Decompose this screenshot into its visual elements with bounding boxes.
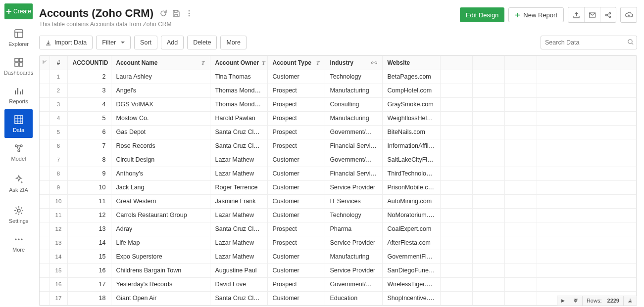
add-button[interactable]: Add	[161, 36, 184, 49]
cell-account-owner: Augustine Paul	[210, 263, 267, 277]
table-row[interactable]: 16 17 Yesterday's Records David Love Pro…	[40, 277, 637, 291]
nav-data[interactable]: Data	[4, 109, 33, 138]
cell-account-name: Circuit Design	[111, 153, 210, 167]
table-row[interactable]: 2 3 Angel's Thomas Mondrake Prospect Man…	[40, 84, 637, 97]
arrow-top-icon	[573, 298, 578, 303]
cell-website: WirelessTiger.com	[382, 277, 440, 291]
table-row[interactable]: 5 6 Gas Depot Santa Cruz Clara Prospect …	[40, 125, 637, 139]
col-industry[interactable]: Industry	[325, 56, 382, 70]
cell-account-name: Laura Ashley	[111, 70, 210, 84]
row-handle	[40, 180, 50, 194]
cell-account-id: 9	[67, 167, 111, 180]
nav-ask-zia[interactable]: Ask ZIA	[4, 169, 33, 198]
cell-account-owner: Santa Cruz Clara	[210, 139, 267, 153]
row-handle	[40, 236, 50, 250]
col-account-owner[interactable]: Account OwnerT	[210, 56, 267, 70]
cell-website: AutoMining.com	[382, 194, 440, 208]
table-row[interactable]: 6 7 Rose Records Santa Cruz Clara Prospe…	[40, 139, 637, 153]
save-icon[interactable]	[172, 9, 180, 17]
table-row[interactable]: 3 4 DGS VolMAX Thomas Mondrake Prospect …	[40, 97, 637, 111]
share-button[interactable]	[600, 7, 616, 22]
row-handle	[40, 277, 50, 291]
row-index: 17	[50, 291, 67, 305]
table-row[interactable]: 12 13 Adray Santa Cruz Clara Prospect Ph…	[40, 222, 637, 236]
table-row[interactable]: 17 18 Giant Open Air Santa Cruz Clara Cu…	[40, 291, 637, 305]
footer-collapse[interactable]: ▶	[557, 296, 569, 306]
row-handle	[40, 139, 50, 153]
row-index: 11	[50, 208, 67, 222]
nav-explorer[interactable]: Explorer	[4, 23, 33, 52]
table-row[interactable]: 15 16 Childrens Bargain Town Augustine P…	[40, 263, 637, 277]
nav-more[interactable]: More	[4, 229, 33, 258]
mail-button[interactable]	[584, 7, 600, 22]
cell-account-type: Prospect	[267, 125, 325, 139]
cloud-button[interactable]	[621, 7, 637, 22]
nav-model[interactable]: Model	[4, 138, 33, 167]
svg-rect-1	[15, 58, 18, 62]
cell-account-name: Rose Records	[111, 139, 210, 153]
delete-button[interactable]: Delete	[187, 36, 217, 49]
cell-website: SanDiegoFuneralHome.com	[382, 263, 440, 277]
row-handle	[40, 263, 50, 277]
cell-account-owner: Thomas Mondrake	[210, 97, 267, 111]
row-handle	[40, 250, 50, 263]
row-number-header[interactable]: #	[50, 56, 67, 70]
edit-design-button[interactable]: Edit Design	[460, 7, 504, 22]
new-report-button[interactable]: New Report	[508, 7, 564, 22]
cell-account-id: 12	[67, 208, 111, 222]
row-handle	[40, 111, 50, 125]
row-handle	[40, 291, 50, 305]
col-account-id[interactable]: ACCOUNTIDT	[67, 56, 111, 70]
cell-industry: Technology	[325, 70, 382, 84]
row-handle	[40, 97, 50, 111]
import-data-button[interactable]: Import Data	[39, 36, 93, 49]
cell-website: InformationAffiliate.com	[382, 139, 440, 153]
nav-reports[interactable]: Reports	[4, 81, 33, 109]
corner-cell[interactable]	[40, 56, 50, 70]
scroll-top[interactable]	[569, 296, 583, 306]
empty-col	[569, 56, 637, 70]
cell-account-name: Angel's	[111, 84, 210, 97]
cell-account-owner: David Love	[210, 277, 267, 291]
more-button[interactable]: More	[220, 36, 246, 49]
svg-point-7	[20, 145, 22, 147]
create-label: Create	[13, 8, 31, 15]
table-row[interactable]: 8 9 Anthony's Lazar Mathew Customer Fina…	[40, 167, 637, 180]
sort-button[interactable]: Sort	[134, 36, 157, 49]
col-account-type[interactable]: Account TypeT	[267, 56, 325, 70]
table-row[interactable]: 11 12 Carrols Restaurant Group Lazar Mat…	[40, 208, 637, 222]
refresh-icon[interactable]	[159, 9, 167, 17]
nav-settings[interactable]: Settings	[4, 200, 33, 229]
filter-button[interactable]: Filter	[96, 36, 131, 49]
table-row[interactable]: 9 10 Jack Lang Roger Terrence Customer S…	[40, 180, 637, 194]
svg-rect-3	[15, 63, 18, 66]
cell-account-type: Customer	[267, 194, 325, 208]
cell-account-name: Yesterday's Records	[111, 277, 210, 291]
scroll-bottom[interactable]	[624, 296, 637, 306]
cell-website: GraySmoke.com	[382, 97, 440, 111]
table-row[interactable]: 1 2 Laura Ashley Tina Thomas Customer Te…	[40, 70, 637, 84]
svg-point-9	[17, 209, 20, 212]
search-input[interactable]	[541, 36, 637, 49]
table-row[interactable]: 14 15 Expo Superstore Lazar Mathew Custo…	[40, 250, 637, 263]
action-icon-group-1	[568, 7, 616, 23]
create-button[interactable]: Create	[4, 3, 33, 19]
cell-account-id: 13	[67, 222, 111, 236]
export-button[interactable]	[568, 7, 584, 22]
table-row[interactable]: 4 5 Mostow Co. Harold Pawlan Prospect Ma…	[40, 111, 637, 125]
cell-account-name: Expo Superstore	[111, 250, 210, 263]
cell-account-type: Customer	[267, 167, 325, 180]
nav-dashboards[interactable]: Dashboards	[4, 52, 33, 81]
model-icon	[13, 143, 24, 154]
table-row[interactable]: 7 8 Circuit Design Lazar Mathew Customer…	[40, 153, 637, 167]
cell-account-name: Giant Open Air	[111, 291, 210, 305]
table-row[interactable]: 10 11 Great Western Jasmine Frank Custom…	[40, 194, 637, 208]
table-row[interactable]: 13 14 Life Map Lazar Mathew Prospect Ser…	[40, 236, 637, 250]
col-account-name[interactable]: Account NameT	[111, 56, 210, 70]
row-handle	[40, 208, 50, 222]
page-title: Accounts (Zoho CRM)	[39, 7, 153, 20]
more-vert-icon[interactable]	[185, 9, 193, 17]
cell-account-owner: Lazar Mathew	[210, 208, 267, 222]
col-website[interactable]: Website	[382, 56, 440, 70]
cell-account-type: Prospect	[267, 84, 325, 97]
